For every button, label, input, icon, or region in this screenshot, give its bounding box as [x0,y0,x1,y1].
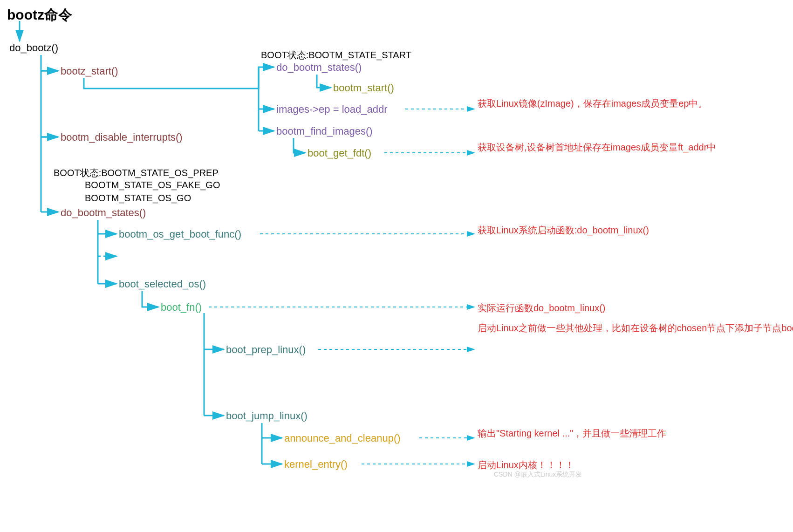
label-state-os-go: BOOTM_STATE_OS_GO [85,193,191,204]
node-announce-and-cleanup: announce_and_cleanup() [284,432,401,444]
node-bootm-find-images: bootm_find_images() [276,125,373,137]
label-state-os-fake-go: BOOTM_STATE_OS_FAKE_GO [85,180,220,191]
node-bootm-disable-interrupts: bootm_disable_interrupts() [61,131,183,143]
node-do-bootm-states-1: do_bootm_states() [276,61,362,74]
annotation-4: 实际运行函数do_bootm_linux() [478,301,636,314]
node-boot-selected-os: boot_selected_os() [119,278,206,290]
node-kernel-entry: kernel_entry() [284,458,348,471]
node-boot-jump-linux: boot_jump_linux() [226,410,308,422]
connectors [0,0,793,532]
label-state-start: BOOT状态:BOOTM_STATE_START [261,49,411,61]
diagram-title: bootz命令 [7,6,72,25]
annotation-7: 启动Linux内核！！！！ [478,458,617,471]
annotation-2: 获取设备树,设备树首地址保存在images成员变量ft_addr中 [478,141,622,154]
node-bootm-os-get-boot-func: bootm_os_get_boot_func() [119,228,241,240]
node-boot-fn: boot_fn() [161,301,202,314]
node-do-bootz: do_bootz() [9,42,58,54]
node-bootm-start: bootm_start() [333,82,394,94]
node-boot-prep-linux: boot_prep_linux() [226,344,306,356]
watermark: CSDN @嵌入式Linux系统开发 [494,471,582,479]
annotation-6: 输出"Starting kernel ..."，并且做一些清理工作 [478,427,617,440]
node-bootz-start: bootz_start() [61,65,118,77]
node-images-ep: images->ep = load_addr [276,103,388,116]
annotation-1: 获取Linux镜像(zImage)，保存在images成员变量ep中。 [478,97,617,110]
annotation-5: 启动Linux之前做一些其他处理，比如在设备树的chosen节点下添加子节点bo… [478,321,617,334]
node-boot-get-fdt: boot_get_fdt() [308,147,371,159]
label-state-os-prep: BOOT状态:BOOTM_STATE_OS_PREP [54,167,219,179]
node-do-bootm-states-2: do_bootm_states() [61,207,146,219]
annotation-3: 获取Linux系统启动函数:do_bootm_linux() [478,224,617,237]
